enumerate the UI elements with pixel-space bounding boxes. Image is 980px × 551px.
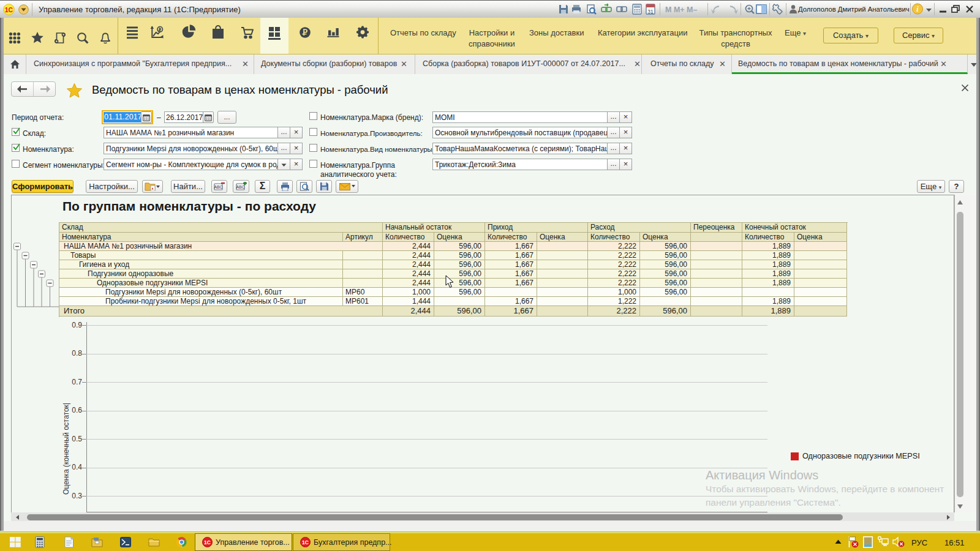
svg-text:31: 31 bbox=[647, 9, 654, 15]
svg-text:1С: 1С bbox=[302, 539, 309, 545]
svg-text:1С: 1С bbox=[204, 539, 211, 545]
svg-text:1С: 1С bbox=[5, 6, 13, 13]
svg-text:АВС: АВС bbox=[236, 185, 244, 189]
svg-text:M M+ M–: M M+ M– bbox=[665, 6, 697, 14]
svg-text:Долгополов Дмитрий Анатольевич: Долгополов Дмитрий Анатольевич bbox=[798, 6, 910, 13]
svg-text:АВС: АВС bbox=[214, 185, 222, 189]
